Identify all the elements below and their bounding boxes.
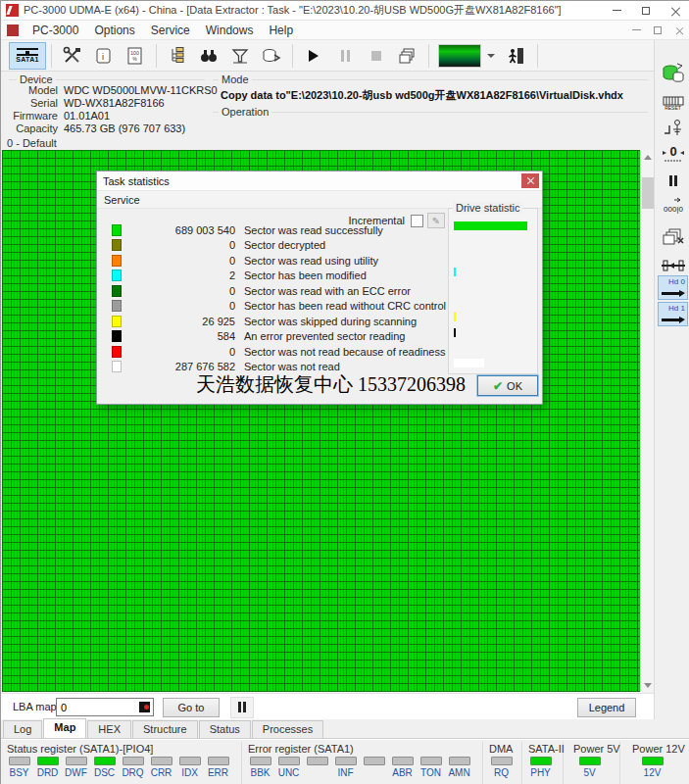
menu-service[interactable]: Service [143,22,198,39]
stat-row: 0Sector has been read without CRC contro… [97,299,446,315]
stat-count: 584 [129,330,235,342]
copies-stack-icon[interactable] [394,43,421,69]
stop-button-icon[interactable] [363,43,390,69]
close-button[interactable] [661,1,689,20]
search-binoculars-icon[interactable] [195,43,222,69]
main-toolbar: SATA1 i 100% [1,40,689,72]
power12-label: Power 12V [624,742,689,757]
map-scrollbar[interactable] [640,150,654,692]
stat-count: 0 [129,239,235,251]
export-disk-icon[interactable] [258,43,285,69]
menu-bar: PC-3000OptionsServiceWindowsHelp [1,21,689,40]
tab-processes[interactable]: Processes [252,720,323,738]
task-parameters-icon[interactable]: 100% [122,43,149,69]
tab-hex[interactable]: HEX [87,720,131,738]
lamp-amn: AMN [445,757,473,778]
scrollbar-thumb[interactable] [642,177,654,209]
lamp-err: ERR [204,757,232,778]
lamp-name: DWF [65,767,87,778]
stat-row: 584An error prevented sector reading [97,329,446,345]
head-arm-icon [662,318,681,321]
sata-port-icon [17,48,38,56]
pause-side-icon[interactable] [660,170,686,193]
heads-map-icon[interactable] [660,254,686,277]
sector-jump-icon[interactable]: 000|0 [660,195,686,219]
head-1-button[interactable]: Hd 1 [658,302,688,326]
dma-section: DMA RQ [483,742,522,784]
report-script-icon[interactable]: i [90,43,118,69]
lamp-12v: 12V [638,757,666,778]
stat-color-swatch [112,361,122,372]
menu-options[interactable]: Options [86,22,142,39]
lamp-name: CRR [151,767,172,778]
stat-count: 0 [129,285,235,297]
menu-pc-3000[interactable]: PC-3000 [25,22,86,39]
lamp-name: DSC [94,767,115,778]
lamp-name: RQ [494,767,509,778]
tab-map[interactable]: Map [43,718,86,738]
lamp-light [307,757,328,765]
lamp-name: AMN [448,767,469,778]
pause-button-icon[interactable] [331,43,359,69]
tab-log[interactable]: Log [3,720,42,738]
stat-color-swatch [112,224,122,236]
drive-stat-bar [454,313,456,321]
svg-text:000|0: 000|0 [664,205,683,214]
svg-text:i: i [102,52,104,62]
dialog-close-button[interactable] [521,173,539,188]
menu-help[interactable]: Help [261,22,301,39]
map-preview-dropdown-icon[interactable] [487,54,495,58]
legend-button[interactable]: Legend [577,698,636,717]
start-button-icon[interactable] [300,43,327,69]
mdi-close-button[interactable] [672,24,686,36]
virtual-disk-icon[interactable] [660,62,686,85]
drive-stat-bar [454,328,456,337]
sata-section: SATA-II PHY [522,742,564,784]
maximize-button[interactable] [631,1,661,20]
minimize-button[interactable] [602,1,631,20]
utility-tools-icon[interactable] [59,43,86,69]
power12-section: Power 12V 12V [624,742,689,784]
menu-windows[interactable]: Windows [198,22,262,39]
mdi-minimize-button[interactable] [629,24,643,36]
scroll-up-icon[interactable] [641,150,655,164]
pc3000-window: PC-3000 UDMA-E (x64) - China - [Data Ext… [0,0,689,784]
lba-input-icon[interactable] [139,702,150,712]
filter-funnel-icon[interactable] [226,43,254,69]
ok-button[interactable]: ✔ OK [477,375,538,396]
recalibrate-icon[interactable]: 0 [660,142,686,166]
sata1-port-button[interactable]: SATA1 [9,42,46,70]
map-preview-button[interactable] [438,44,481,68]
reset-icon[interactable]: RESET [660,91,686,115]
tab-structure[interactable]: Structure [132,720,198,738]
head-terminal-icon[interactable] [660,117,686,140]
lamp-name: DRQ [122,767,143,778]
lamp-name: IDX [181,767,198,778]
lamp-abr: ABR [388,757,417,778]
head-0-label: Hd 0 [668,277,685,286]
stat-color-swatch [112,330,122,342]
stat-row: 0Sector was not read because of readines… [97,344,446,360]
stat-row: 689 003 540Sector was read successfully [97,222,446,238]
exit-door-icon[interactable] [503,43,530,69]
lamp-light [9,757,30,765]
scroll-down-icon[interactable] [641,678,655,692]
tab-status[interactable]: Status [199,720,251,738]
svg-text:0: 0 [669,144,676,159]
head-0-button[interactable]: Hd 0 [658,275,688,300]
dialog-menu-service[interactable]: Service [97,193,147,207]
clear-copies-icon[interactable] [660,224,686,248]
ok-button-label: OK [507,380,522,392]
mode-value: Copy data to"E:\2023\10.20-胡usb wd500g开盘… [221,88,623,103]
folder-tree-icon[interactable] [164,43,191,69]
lamp-light [94,757,116,765]
status-register-label: Status register (SATA1)-[PIO4] [1,742,241,757]
goto-button[interactable]: Go to [163,698,220,717]
lamp-light [278,757,300,765]
lamp-rq: RQ [487,757,516,778]
lba-pause-button[interactable] [230,697,254,718]
stat-label: Sector was not read because of readiness… [244,346,468,358]
device-field-value: WDC WD5000LMVW-11CKRS0 [64,84,218,96]
mdi-restore-button[interactable] [651,24,664,36]
device-field-label: Serial [1,97,58,109]
